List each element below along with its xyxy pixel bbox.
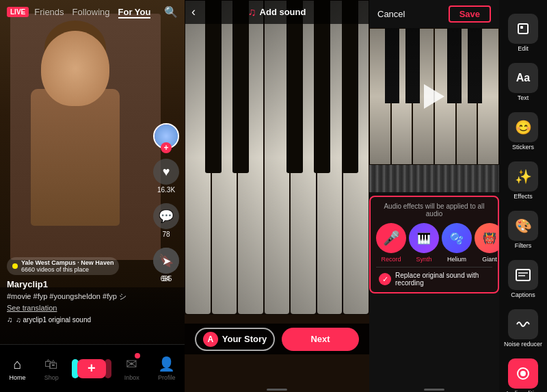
profile-label: Profile <box>158 374 176 381</box>
location-dot <box>12 263 18 269</box>
right-content: Cancel Save <box>369 0 499 392</box>
preview-header: Cancel Save <box>369 0 499 28</box>
live-badge[interactable]: LIVE <box>7 7 29 17</box>
nav-home[interactable]: ⌂ Home <box>10 356 26 381</box>
svg-rect-2 <box>516 270 530 280</box>
comment-icon: 💬 <box>153 203 179 229</box>
bottom-nav-bar: ⌂ Home 🛍 Shop + ✉ Inbox 👤 Profile <box>0 344 185 392</box>
top-nav: LIVE Friends Following For You 🔍 <box>0 0 185 24</box>
effects-row: 🎤 Record 🎹 Synth 🫧 Helium 👹 Giant <box>376 223 492 263</box>
home-label: Home <box>10 374 26 381</box>
tool-filters[interactable]: 🎨 Filters <box>499 207 547 252</box>
synth-icon: 🎹 <box>409 223 439 253</box>
filters-icon: 🎨 <box>508 211 538 241</box>
creator-avatar[interactable]: + <box>153 123 179 149</box>
nav-following[interactable]: Following <box>72 7 110 17</box>
cancel-button[interactable]: Cancel <box>377 9 405 19</box>
nav-inbox[interactable]: ✉ Inbox <box>124 356 139 381</box>
captions-icon <box>508 260 538 290</box>
effect-synth[interactable]: 🎹 Synth <box>409 223 439 263</box>
location-sub: 6660 videos of this place <box>21 266 114 273</box>
right-nav-indicator <box>369 389 499 391</box>
comment-button[interactable]: 💬 78 <box>153 203 179 238</box>
your-story-button[interactable]: A Your Story <box>195 328 275 351</box>
tool-edit[interactable]: Edit <box>499 10 547 55</box>
noise-label: Noise reducer <box>504 341 542 348</box>
create-button[interactable]: + <box>77 359 106 378</box>
captions-label: Captions <box>511 291 535 298</box>
location-name: Yale West Campus · New Haven <box>21 259 114 266</box>
edit-icon <box>508 14 538 44</box>
tool-noise-reducer[interactable]: Noise reducer <box>499 306 547 351</box>
effects-label: Effects <box>513 193 532 200</box>
sound-info[interactable]: ♫ ♫ aryclip1 original sound <box>7 315 147 324</box>
black-key <box>286 0 303 173</box>
video-scene <box>10 14 161 260</box>
search-icon[interactable]: 🔍 <box>164 5 178 18</box>
noise-icon <box>508 309 538 339</box>
effects-icon: ✨ <box>508 161 538 192</box>
nav-friends[interactable]: Friends <box>34 7 64 17</box>
play-button[interactable] <box>424 84 444 109</box>
music-icon: ♫ <box>7 315 12 324</box>
sound-text: ♫ aryclip1 original sound <box>16 316 91 324</box>
mid-nav-pill <box>267 389 287 391</box>
stickers-label: Stickers <box>512 144 534 151</box>
video-info: Yale West Campus · New Haven 6660 videos… <box>7 257 147 324</box>
black-key <box>342 0 358 173</box>
mid-nav-indicator <box>185 389 369 391</box>
location-details: Yale West Campus · New Haven 6660 videos… <box>21 259 114 273</box>
replace-text: Replace original sound with recording <box>395 272 490 287</box>
tool-stickers[interactable]: 😊 Stickers <box>499 109 547 154</box>
nav-for-you[interactable]: For You <box>118 7 151 17</box>
svg-rect-1 <box>520 26 523 29</box>
save-button[interactable]: Save <box>449 5 491 23</box>
inbox-wrap: ✉ <box>126 356 137 372</box>
plus-icon: + <box>77 359 106 378</box>
filters-label: Filters <box>515 242 532 249</box>
video-preview-area[interactable] <box>369 28 499 165</box>
stickers-icon: 😊 <box>508 112 538 142</box>
follow-button[interactable]: + <box>161 142 172 153</box>
add-sound-label: Add sound <box>260 7 306 17</box>
text-label: Text <box>518 94 529 101</box>
face <box>41 31 109 106</box>
profile-icon: 👤 <box>158 356 175 372</box>
see-translation-link[interactable]: See translation <box>7 304 147 312</box>
music-note-icon: ♫ <box>248 6 256 18</box>
text-icon: Aa <box>508 63 538 93</box>
record-icon: 🎤 <box>376 223 406 253</box>
like-button[interactable]: ♥ 16.3K <box>153 159 179 194</box>
inbox-label: Inbox <box>124 374 139 381</box>
tool-audio-editing[interactable]: Audio editing <box>499 355 547 392</box>
giant-label: Giant <box>482 256 497 263</box>
nav-shop[interactable]: 🛍 Shop <box>44 356 59 381</box>
inbox-badge <box>135 353 140 358</box>
share-button[interactable]: ➤ 54 <box>153 248 179 283</box>
tool-effects[interactable]: ✨ Effects <box>499 158 547 203</box>
shop-icon: 🛍 <box>44 356 58 372</box>
heart-icon: ♥ <box>153 159 179 185</box>
location-tag[interactable]: Yale West Campus · New Haven 6660 videos… <box>7 257 119 275</box>
comment-count: 78 <box>162 231 170 238</box>
audio-effects-panel: Audio effects will be applied to all aud… <box>369 196 499 293</box>
replace-row[interactable]: ✓ Replace original sound with recording <box>376 267 492 287</box>
username[interactable]: Maryclip1 <box>7 279 147 289</box>
shop-label: Shop <box>44 374 59 381</box>
tool-bar: Edit Aa Text 😊 Stickers ✨ Effects 🎨 Filt… <box>499 0 547 392</box>
nav-profile[interactable]: 👤 Profile <box>158 356 176 381</box>
effect-record[interactable]: 🎤 Record <box>376 223 406 263</box>
helium-icon: 🫧 <box>442 223 472 253</box>
edit-label: Edit <box>518 45 529 52</box>
tool-text[interactable]: Aa Text <box>499 60 547 105</box>
right-panel: Cancel Save <box>369 0 547 392</box>
effect-helium[interactable]: 🫧 Helium <box>442 223 472 263</box>
hashtags[interactable]: #movie #fyp #youngsheldon #fyp シ <box>7 291 147 302</box>
back-arrow-icon[interactable]: ‹ <box>191 5 196 19</box>
left-panel: LIVE Friends Following For You 🔍 + ♥ 16.… <box>0 0 185 392</box>
next-button[interactable]: Next <box>282 328 359 351</box>
share-icon: ➤ <box>153 248 179 274</box>
waveform-strip <box>369 165 499 192</box>
girl-figure <box>24 21 133 239</box>
tool-captions[interactable]: Captions <box>499 257 547 302</box>
